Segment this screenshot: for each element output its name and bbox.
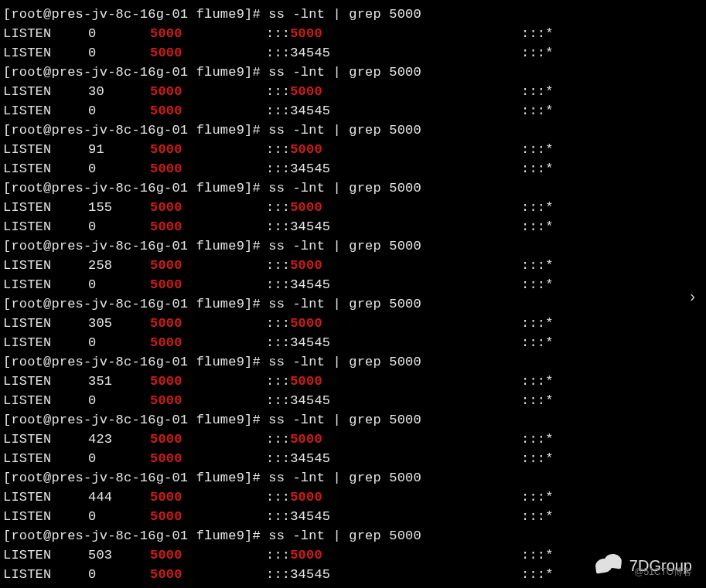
col-state: LISTEN (3, 333, 88, 352)
col-local-addr: :::34545 (266, 217, 521, 236)
shell-prompt: [root@pres-jv-8c-16g-01 flume9]# (3, 352, 268, 372)
col-peer-addr: :::* (521, 43, 554, 63)
col-state: LISTEN (3, 314, 88, 333)
shell-command: ss -lnt | grep 5000 (268, 63, 421, 82)
wechat-icon (595, 554, 623, 577)
listen-row: LISTEN3055000:::5000:::* (3, 314, 706, 333)
col-state: LISTEN (3, 256, 88, 275)
prompt-line: [root@pres-jv-8c-16g-01 flume9]# ss -lnt… (3, 121, 706, 140)
listen-row: LISTEN05000:::34545:::* (3, 101, 706, 121)
col-recvq: 0 (88, 449, 150, 468)
col-local-addr: :::34545 (266, 43, 521, 63)
col-sendq: 5000 (150, 430, 266, 449)
listen-row: LISTEN4445000:::5000:::* (3, 488, 706, 507)
col-peer-addr: :::* (521, 82, 554, 101)
col-sendq: 5000 (150, 333, 266, 352)
shell-prompt: [root@pres-jv-8c-16g-01 flume9]# (3, 121, 268, 140)
col-state: LISTEN (3, 217, 88, 236)
col-local-addr: :::5000 (266, 24, 521, 43)
col-peer-addr: :::* (521, 24, 554, 43)
col-recvq: 305 (88, 314, 150, 333)
listen-row: LISTEN1555000:::5000:::* (3, 198, 706, 217)
shell-command: ss -lnt | grep 5000 (268, 236, 421, 256)
col-peer-addr: :::* (521, 333, 554, 352)
shell-command: ss -lnt | grep 5000 (268, 178, 421, 198)
col-local-addr: :::34545 (266, 159, 521, 178)
col-recvq: 0 (88, 565, 150, 584)
listen-row: LISTEN05000:::34545:::* (3, 43, 706, 63)
next-arrow-icon[interactable]: › (690, 287, 695, 305)
shell-prompt: [root@pres-jv-8c-16g-01 flume9]# (3, 236, 268, 256)
prompt-line: [root@pres-jv-8c-16g-01 flume9]# ss -lnt… (3, 63, 706, 82)
col-local-addr: :::34545 (266, 507, 521, 526)
prompt-line: [root@pres-jv-8c-16g-01 flume9]# ss -lnt… (3, 178, 706, 198)
col-sendq: 5000 (150, 198, 266, 217)
col-peer-addr: :::* (521, 507, 554, 526)
col-peer-addr: :::* (521, 275, 554, 294)
col-sendq: 5000 (150, 101, 266, 121)
listen-row: LISTEN915000:::5000:::* (3, 140, 706, 159)
shell-command: ss -lnt | grep 5000 (268, 526, 421, 546)
col-sendq: 5000 (150, 159, 266, 178)
col-peer-addr: :::* (521, 140, 554, 159)
col-recvq: 30 (88, 82, 150, 101)
col-sendq: 5000 (150, 314, 266, 333)
listen-row: LISTEN05000:::34545:::* (3, 391, 706, 410)
col-state: LISTEN (3, 140, 88, 159)
col-peer-addr: :::* (521, 256, 554, 275)
col-local-addr: :::5000 (266, 546, 521, 565)
terminal-output: [root@pres-jv-8c-16g-01 flume9]# ss -lnt… (0, 0, 706, 584)
col-recvq: 0 (88, 333, 150, 352)
listen-row: LISTEN305000:::5000:::* (3, 82, 706, 101)
col-recvq: 0 (88, 391, 150, 410)
col-sendq: 5000 (150, 256, 266, 275)
col-state: LISTEN (3, 24, 88, 43)
listen-row: LISTEN05000:::34545:::* (3, 449, 706, 468)
prompt-line: [root@pres-jv-8c-16g-01 flume9]# ss -lnt… (3, 526, 706, 546)
shell-command: ss -lnt | grep 5000 (268, 5, 421, 24)
col-local-addr: :::5000 (266, 82, 521, 101)
col-state: LISTEN (3, 159, 88, 178)
col-peer-addr: :::* (521, 391, 554, 410)
col-recvq: 0 (88, 159, 150, 178)
col-peer-addr: :::* (521, 372, 554, 391)
listen-row: LISTEN05000:::34545:::* (3, 507, 706, 526)
listen-row: LISTEN05000:::34545:::* (3, 275, 706, 294)
col-local-addr: :::34545 (266, 391, 521, 410)
prompt-line: [root@pres-jv-8c-16g-01 flume9]# ss -lnt… (3, 468, 706, 488)
prompt-line: [root@pres-jv-8c-16g-01 flume9]# ss -lnt… (3, 236, 706, 256)
shell-prompt: [root@pres-jv-8c-16g-01 flume9]# (3, 468, 268, 488)
shell-prompt: [root@pres-jv-8c-16g-01 flume9]# (3, 63, 268, 82)
shell-prompt: [root@pres-jv-8c-16g-01 flume9]# (3, 526, 268, 546)
col-recvq: 155 (88, 198, 150, 217)
col-peer-addr: :::* (521, 449, 554, 468)
col-peer-addr: :::* (521, 565, 554, 584)
col-sendq: 5000 (150, 275, 266, 294)
col-state: LISTEN (3, 449, 88, 468)
col-sendq: 5000 (150, 43, 266, 63)
col-peer-addr: :::* (521, 198, 554, 217)
shell-command: ss -lnt | grep 5000 (268, 410, 421, 430)
col-state: LISTEN (3, 198, 88, 217)
col-sendq: 5000 (150, 140, 266, 159)
prompt-line: [root@pres-jv-8c-16g-01 flume9]# ss -lnt… (3, 410, 706, 430)
col-sendq: 5000 (150, 546, 266, 565)
col-recvq: 0 (88, 101, 150, 121)
watermark: 7DGroup @51CTO博客 (595, 554, 692, 577)
col-state: LISTEN (3, 43, 88, 63)
col-recvq: 351 (88, 372, 150, 391)
listen-row: LISTEN05000:::34545:::* (3, 159, 706, 178)
shell-prompt: [root@pres-jv-8c-16g-01 flume9]# (3, 178, 268, 198)
col-recvq: 503 (88, 546, 150, 565)
col-peer-addr: :::* (521, 101, 554, 121)
watermark-sub: @51CTO博客 (634, 566, 692, 579)
col-sendq: 5000 (150, 217, 266, 236)
col-state: LISTEN (3, 372, 88, 391)
col-recvq: 91 (88, 140, 150, 159)
col-local-addr: :::5000 (266, 488, 521, 507)
col-state: LISTEN (3, 101, 88, 121)
shell-command: ss -lnt | grep 5000 (268, 468, 421, 488)
col-recvq: 0 (88, 24, 150, 43)
col-peer-addr: :::* (521, 546, 554, 565)
col-local-addr: :::5000 (266, 140, 521, 159)
